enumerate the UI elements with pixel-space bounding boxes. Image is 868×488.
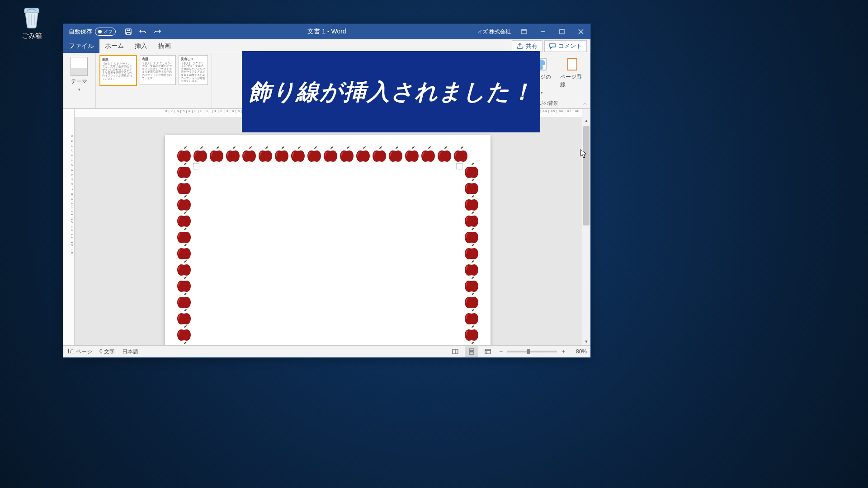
chevron-down-icon: ▾	[78, 87, 80, 92]
apple-border-icon	[176, 325, 192, 341]
svg-rect-2	[560, 29, 564, 34]
scroll-thumb[interactable]	[583, 126, 590, 225]
apple-border-icon	[208, 146, 225, 162]
apple-border-icon	[176, 162, 192, 178]
ribbon-display-options-button[interactable]	[514, 24, 533, 39]
themes-button[interactable]: テーマ ▾	[67, 55, 91, 94]
zoom-percent[interactable]: 80%	[570, 348, 587, 355]
share-button[interactable]: 共有	[512, 40, 542, 52]
themes-label: テーマ	[71, 78, 87, 85]
collapse-ribbon-button[interactable]: ︿	[583, 100, 588, 107]
apple-border-icon	[404, 146, 420, 162]
banner-text: 飾り線が挿入されました！	[249, 77, 534, 107]
autosave-toggle[interactable]: オフ	[95, 28, 116, 36]
apple-border-icon	[176, 211, 192, 227]
comment-icon	[549, 43, 556, 49]
page[interactable]	[165, 135, 491, 345]
view-web-layout-button[interactable]	[481, 347, 495, 357]
gallery-placeholder-text: 【参入】 タグ デザイン では、文章の全体的なデザインに合わせてさまざまな要素を…	[102, 62, 134, 80]
apple-border-icon	[463, 341, 480, 345]
apple-border-icon	[463, 292, 480, 309]
chevron-down-icon: ▾	[541, 90, 543, 95]
tab-insert[interactable]: 挿入	[129, 39, 153, 53]
apple-border-icon	[463, 260, 480, 276]
svg-rect-9	[485, 349, 491, 354]
scrollbar-corner	[582, 109, 590, 117]
recycle-bin-icon	[21, 5, 42, 30]
apple-border-icon	[322, 146, 339, 162]
margin-marker-tl	[193, 163, 199, 169]
style-set-item[interactable]: 表題 【参入】 タグ デザイン では、文章の全体的なデザインに合わせてさまざまな…	[99, 55, 137, 86]
zoom-in-button[interactable]: +	[560, 348, 567, 355]
ribbon-group-doc-format: 表題 【参入】 タグ デザイン では、文章の全体的なデザインに合わせてさまざまな…	[96, 53, 212, 108]
page-border-label: ページ罫線	[560, 73, 585, 89]
margin-marker-tr	[456, 163, 462, 169]
scroll-up-arrow[interactable]: ▲	[582, 117, 590, 124]
gallery-title: 表題	[102, 58, 134, 61]
tab-file[interactable]: ファイル	[63, 39, 99, 53]
tab-draw[interactable]: 描画	[153, 39, 176, 53]
gallery-placeholder-text: 【参入】 タグ デザイン では、文章の全体的なデザインに合わせてさまざまな要素を…	[142, 62, 174, 80]
word-window: 自動保存 オフ 文書 1 - Word ィズ 株式会社	[63, 23, 591, 358]
autosave-label: 自動保存	[69, 28, 92, 36]
apple-border-icon	[192, 146, 208, 162]
apple-border-icon	[274, 146, 290, 162]
save-button[interactable]	[121, 24, 136, 39]
share-icon	[517, 43, 523, 49]
recycle-bin-label: ごみ箱	[14, 32, 50, 40]
apple-border-icon	[463, 227, 480, 244]
autosave-control[interactable]: 自動保存 オフ	[63, 28, 121, 36]
page-borders-button[interactable]: ページ罫線	[558, 55, 586, 90]
apple-border-icon	[463, 244, 480, 260]
document-area: 5 4 3 2 1 1 2 3 4 5 6 7 8 9 10 11 12 13 …	[63, 117, 590, 345]
style-set-item[interactable]: 表題 【参入】 タグ デザイン では、文章の全体的なデザインに合わせてさまざまな…	[140, 55, 176, 85]
maximize-button[interactable]	[552, 24, 571, 39]
apple-border-icon	[290, 146, 306, 162]
status-language[interactable]: 日本語	[122, 348, 138, 356]
apple-border-icon	[463, 309, 480, 325]
toggle-dot-icon	[98, 30, 102, 33]
ribbon-group-themes: テーマ ▾	[63, 53, 96, 108]
status-page[interactable]: 1/1 ページ	[67, 348, 92, 356]
zoom-slider[interactable]	[507, 351, 557, 352]
page-content-area[interactable]	[196, 166, 460, 345]
apple-border-icon	[339, 146, 355, 162]
apple-border-icon	[176, 276, 192, 292]
svg-rect-8	[469, 349, 474, 354]
account-name[interactable]: ィズ 株式会社	[473, 28, 514, 36]
view-print-layout-button[interactable]	[465, 347, 478, 357]
zoom-out-button[interactable]: −	[497, 348, 505, 355]
tab-home[interactable]: ホーム	[99, 39, 129, 53]
document-title: 文書 1 - Word	[307, 28, 346, 36]
autosave-state: オフ	[104, 28, 113, 35]
style-set-item[interactable]: 見出し 1 【参入】 タグ デザイン では、文章の全体的なデザインに合わせてさま…	[179, 55, 208, 85]
apple-border-icon	[387, 146, 404, 162]
svg-rect-1	[522, 29, 526, 34]
apple-border-icon	[176, 309, 192, 325]
close-button[interactable]	[571, 24, 590, 39]
apple-border-icon	[463, 325, 480, 341]
view-read-mode-button[interactable]	[448, 347, 462, 357]
ruler-corner: L	[63, 109, 75, 117]
apple-border-icon	[453, 146, 469, 162]
scroll-down-arrow[interactable]: ▼	[582, 338, 590, 345]
titlebar: 自動保存 オフ 文書 1 - Word ィズ 株式会社	[63, 24, 590, 39]
apple-border-icon	[436, 146, 453, 162]
statusbar: 1/1 ページ 0 文字 日本語 − + 80%	[63, 345, 590, 357]
document-scroll[interactable]	[75, 117, 582, 345]
minimize-button[interactable]	[533, 24, 552, 39]
gallery-placeholder-text: 【参入】 タグ デザイン では、文章の全体的なデザインに合わせてさまざまな要素を…	[181, 62, 206, 83]
gallery-title: 表題	[142, 57, 174, 61]
comment-button[interactable]: コメント	[544, 40, 587, 52]
apple-border-icon	[420, 146, 436, 162]
apple-border-icon	[463, 195, 480, 211]
redo-button[interactable]	[150, 24, 165, 39]
vertical-ruler[interactable]: 5 4 3 2 1 1 2 3 4 5 6 7 8 9 10 11 12 13 …	[63, 117, 75, 345]
status-word-count[interactable]: 0 文字	[99, 348, 115, 356]
apple-border-icon	[463, 178, 480, 195]
zoom-slider-handle[interactable]	[527, 349, 530, 354]
desktop-recycle-bin[interactable]: ごみ箱	[14, 5, 50, 40]
theme-thumb-icon	[71, 57, 88, 76]
apple-border-icon	[306, 146, 322, 162]
undo-button[interactable]	[136, 24, 150, 39]
